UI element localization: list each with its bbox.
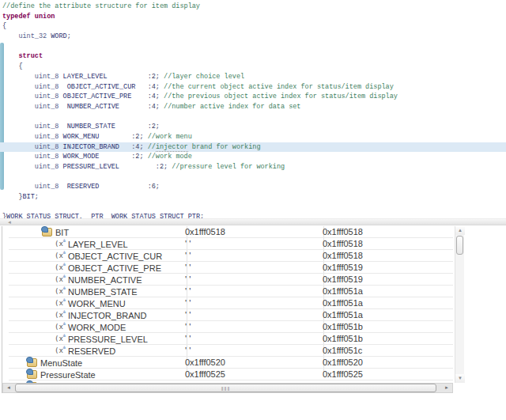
code-line[interactable]: uint_8 NUMBER_STATE :2; xyxy=(2,122,506,132)
variable-value-cell[interactable]: 0x1fff0525 xyxy=(185,369,316,380)
code-line[interactable]: uint_8 LAYER_LEVEL :2; //layer choice le… xyxy=(2,72,506,82)
table-row[interactable]: BIT0x1fff05180x1fff0518 xyxy=(9,226,453,238)
code-segment-p xyxy=(2,163,35,171)
table-row[interactable]: (xRESERVED' '0x1fff051c xyxy=(9,345,453,357)
code-segment-p xyxy=(2,32,18,40)
code-editor[interactable]: //define the attribute structure for ite… xyxy=(0,0,506,218)
code-line[interactable]: uint_32 WORD; xyxy=(2,32,506,42)
code-line[interactable]: uint_8 NUMBER_ACTIVE :4; //number active… xyxy=(2,102,506,112)
code-segment-c: //layer choice level xyxy=(164,73,244,81)
code-segment-n: OBJECT_ACTIVE_CUR xyxy=(67,83,136,91)
variable-icon: (x xyxy=(55,299,66,308)
variable-value-cell[interactable]: ' ' xyxy=(185,286,316,297)
variable-name: MenuState xyxy=(40,358,82,368)
variable-value-cell[interactable]: ' ' xyxy=(185,346,316,357)
variable-value-cell[interactable]: ' ' xyxy=(185,274,316,286)
variable-value-cell[interactable]: ' ' xyxy=(185,263,316,274)
code-line[interactable] xyxy=(2,202,506,213)
code-line[interactable]: uint_8 WORK_MODE :2; //work mode xyxy=(2,152,506,162)
code-line[interactable]: //define the attribute structure for ite… xyxy=(2,2,506,12)
variable-address-cell: 0x1fff051b xyxy=(323,334,449,345)
table-row[interactable]: (xLAYER_LEVEL' '0x1fff0518 xyxy=(9,238,453,250)
code-line[interactable] xyxy=(2,112,506,123)
horizontal-scrollbar-thumb[interactable]: ‖‖‖ xyxy=(15,384,436,392)
code-segment-n: NUMBER_STATE xyxy=(67,123,115,131)
code-segment-c: // xyxy=(148,143,156,151)
table-row[interactable]: (xNUMBER_ACTIVE' '0x1fff0519 xyxy=(9,274,453,286)
code-line[interactable]: }BIT; xyxy=(2,192,506,202)
code-line[interactable]: uint_8 RESERVED :6; xyxy=(2,182,506,192)
variable-name-cell[interactable]: PressureState xyxy=(9,369,180,380)
variable-name-cell[interactable]: BIT xyxy=(9,226,180,238)
scroll-up-button[interactable]: ▲ xyxy=(455,226,465,235)
variable-value-cell[interactable]: ' ' xyxy=(185,239,316,250)
variable-name-cell[interactable]: (xOBJECT_ACTIVE_CUR xyxy=(9,250,180,262)
variable-value-cell[interactable]: ' ' xyxy=(185,298,316,309)
code-line[interactable]: uint_8 OBJECT_ACTIVE_PRE :4; //the previ… xyxy=(2,92,506,102)
scroll-left-icon[interactable]: ◄ xyxy=(7,220,12,225)
variable-value-cell[interactable]: 0x1fff0520 xyxy=(185,358,316,369)
variable-name-cell[interactable]: (xRESERVED xyxy=(9,345,180,357)
scroll-down-button[interactable]: ▼ xyxy=(455,374,465,383)
variable-icon: (x xyxy=(55,240,66,248)
variable-value-cell[interactable]: ' ' xyxy=(185,251,316,262)
code-segment-cu: injector xyxy=(156,143,188,152)
editor-horizontal-scrollbar[interactable]: ◄ xyxy=(0,218,506,225)
code-line[interactable]: struct xyxy=(2,51,506,62)
scroll-right-button[interactable]: ► xyxy=(441,384,452,392)
vertical-scrollbar-thumb[interactable] xyxy=(456,236,463,255)
ide-window: //define the attribute structure for ite… xyxy=(0,0,506,420)
code-segment-c: //work mode xyxy=(148,153,192,161)
code-line[interactable]: }WORK_STATUS_STRUCT, _PTR_ WORK_STATUS_S… xyxy=(2,212,506,218)
table-row[interactable]: MenuState0x1fff05200x1fff0520 xyxy=(9,357,453,369)
variable-name-cell[interactable]: (xINJECTOR_BRAND xyxy=(9,309,180,321)
code-line[interactable]: { xyxy=(2,21,506,32)
code-line[interactable]: typedef union xyxy=(2,12,506,22)
variable-value-cell[interactable]: ' ' xyxy=(185,310,316,321)
code-segment-n: NUMBER_ACTIVE xyxy=(67,103,119,111)
code-line[interactable] xyxy=(2,42,506,52)
table-row[interactable]: PressureState0x1fff05250x1fff0525 xyxy=(9,369,453,380)
variable-name-cell[interactable]: (xOBJECT_ACTIVE_PRE xyxy=(9,262,180,274)
table-row[interactable]: (xWORK_MODE' '0x1fff051b xyxy=(9,321,453,333)
horizontal-scrollbar[interactable]: ◄ ‖‖‖ ► xyxy=(2,383,453,393)
variable-value-cell[interactable]: ' ' xyxy=(185,322,316,333)
code-lines[interactable]: //define the attribute structure for ite… xyxy=(2,2,506,218)
variable-name-cell[interactable]: (xWORK_MENU xyxy=(9,297,180,309)
variable-value-cell[interactable]: 0x1fff0518 xyxy=(185,227,316,238)
variable-name: OBJECT_ACTIVE_PRE xyxy=(68,263,161,273)
scroll-left-button[interactable]: ◄ xyxy=(3,384,14,392)
code-segment-t: uint_8 xyxy=(35,123,59,131)
code-segment-p xyxy=(2,73,35,81)
variables-table[interactable]: BIT0x1fff05180x1fff0518(xLAYER_LEVEL' '0… xyxy=(9,226,453,383)
vertical-scrollbar[interactable]: ▲ ▼ xyxy=(455,226,464,383)
table-row[interactable]: (xOBJECT_ACTIVE_PRE' '0x1fff0519 xyxy=(9,262,453,274)
variable-name-cell[interactable]: (xPRESSURE_LEVEL xyxy=(9,333,180,345)
variable-value-cell[interactable]: ' ' xyxy=(185,334,316,345)
variable-icon: (x xyxy=(55,263,66,272)
code-segment-p: { xyxy=(2,62,23,70)
variable-name-cell[interactable]: (xLAYER_LEVEL xyxy=(9,238,180,250)
code-line[interactable]: uint_8 PRESSURE_LEVEL :2; //pressure lev… xyxy=(2,162,506,172)
code-segment-n: WORK_MENU xyxy=(63,133,100,141)
variable-icon: (x xyxy=(55,311,66,320)
code-line-highlighted[interactable]: uint_8 INJECTOR_BRAND :4; //injector bra… xyxy=(0,142,506,153)
table-row[interactable]: (xNUMBER_STATE' '0x1fff051a xyxy=(9,286,453,297)
code-line[interactable]: uint_8 OBJECT_ACTIVE_CUR :4; //the curre… xyxy=(2,82,506,93)
table-row[interactable]: (xPRESSURE_LEVEL' '0x1fff051b xyxy=(9,333,453,345)
code-line[interactable] xyxy=(2,172,506,183)
variable-name-cell[interactable]: (xNUMBER_STATE xyxy=(9,286,180,297)
code-segment-t: uint_32 xyxy=(18,32,47,40)
variable-name-cell[interactable]: (xNUMBER_ACTIVE xyxy=(9,274,180,286)
table-row[interactable]: (xINJECTOR_BRAND' '0x1fff051a xyxy=(9,309,453,321)
variable-name-cell[interactable]: MenuState xyxy=(9,357,180,369)
code-segment-c: //the current object active index for st… xyxy=(164,83,394,91)
code-line[interactable]: { xyxy=(2,62,506,72)
variable-name: PRESSURE_LEVEL xyxy=(68,335,148,344)
code-line[interactable]: uint_8 WORK_MENU :2; //work menu xyxy=(2,132,506,142)
table-row[interactable]: (xWORK_MENU' '0x1fff051a xyxy=(9,297,453,309)
table-row[interactable]: (xOBJECT_ACTIVE_CUR' '0x1fff0518 xyxy=(9,250,453,262)
code-segment-n: OBJECT_ACTIVE_PRE xyxy=(63,93,132,100)
code-segment-p: :6; xyxy=(99,183,160,191)
variable-name-cell[interactable]: (xWORK_MODE xyxy=(9,321,180,333)
